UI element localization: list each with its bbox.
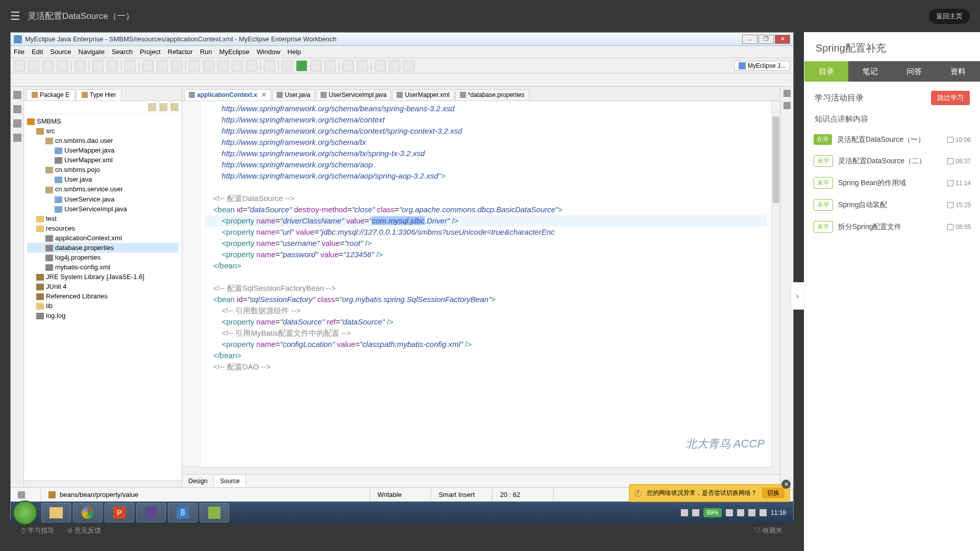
navicat-taskbtn[interactable]: 8 <box>168 503 198 522</box>
menu-file[interactable]: File <box>14 48 24 56</box>
view-menu-icon[interactable] <box>170 103 179 111</box>
tray-icon-3[interactable] <box>726 509 733 516</box>
tree-item[interactable]: cn.smbms.pojo <box>27 165 179 174</box>
tray-icon-5[interactable] <box>748 509 755 516</box>
ant-icon[interactable] <box>217 60 229 71</box>
jar-icon[interactable] <box>157 60 168 71</box>
clock[interactable]: 11:18 <box>771 509 786 516</box>
chrome-taskbtn[interactable] <box>73 503 103 522</box>
maximize-button[interactable]: ❐ <box>758 35 774 44</box>
task-icon[interactable] <box>389 60 400 71</box>
snippet-icon[interactable] <box>13 119 21 128</box>
tag-icon[interactable] <box>403 60 414 71</box>
tree-item[interactable]: Referenced Libraries <box>27 291 179 301</box>
lesson-item[interactable]: 在学灵活配置DataSource（一）10:06 <box>812 129 973 150</box>
tree-item[interactable]: UserService.java <box>27 194 179 204</box>
outline-icon[interactable] <box>13 91 21 99</box>
tree-item[interactable]: log4j.properties <box>27 253 179 262</box>
project-tree[interactable]: SMBMSsrccn.smbms.dao.userUserMapper.java… <box>24 114 182 480</box>
feedback-link[interactable]: ⊘ 意见反馈 <box>67 526 102 535</box>
explorer-scrollbar[interactable] <box>24 480 182 487</box>
menu-source[interactable]: Source <box>50 48 71 56</box>
search-icon[interactable] <box>375 60 386 71</box>
editor-tab[interactable]: User.java <box>272 89 315 101</box>
menu-icon[interactable]: ☰ <box>10 10 20 23</box>
db-icon[interactable] <box>189 60 200 71</box>
sidebar-tab-0[interactable]: 目录 <box>804 61 848 82</box>
tree-item[interactable]: JUnit 4 <box>27 282 179 291</box>
menu-myeclipse[interactable]: MyEclipse <box>219 48 250 56</box>
editor-tab[interactable]: applicationContext.x ✕ <box>184 89 271 101</box>
editor-content[interactable]: http://www.springframework.org/schema/be… <box>201 101 771 467</box>
tree-item[interactable]: UserMapper.xml <box>27 155 179 165</box>
switch-network-button[interactable]: 切换 <box>762 488 785 498</box>
interface-icon[interactable] <box>357 60 368 71</box>
perspective-switcher[interactable]: MyEclipse J... <box>734 61 790 71</box>
profile-icon[interactable] <box>310 60 322 71</box>
source-tab[interactable]: Source <box>214 475 246 487</box>
editor-hscrollbar[interactable] <box>182 467 780 474</box>
tree-item[interactable]: JRE System Library [JavaSE-1.6] <box>27 272 179 282</box>
tree-item[interactable]: resources <box>27 223 179 233</box>
new-icon[interactable] <box>14 60 25 71</box>
study-guide-link[interactable]: ⍰ 学习指导 <box>21 526 54 535</box>
image-icon[interactable] <box>13 134 21 142</box>
notepad-taskbtn[interactable] <box>200 503 229 522</box>
tab-type-hierarchy[interactable]: Type Hier <box>76 89 121 101</box>
tray-icon-4[interactable] <box>737 509 744 516</box>
xml-icon[interactable] <box>232 60 243 71</box>
package-icon[interactable] <box>92 60 104 71</box>
minimap-icon[interactable] <box>783 90 791 97</box>
eclipse-taskbtn[interactable] <box>136 503 166 522</box>
tree-item[interactable]: src <box>27 126 179 136</box>
editor-body[interactable]: http://www.springframework.org/schema/be… <box>182 101 780 467</box>
menu-search[interactable]: Search <box>112 48 133 56</box>
debug-icon[interactable] <box>282 60 293 71</box>
ext-tool-icon[interactable] <box>325 60 336 71</box>
minimize-button[interactable]: – <box>742 35 757 44</box>
menu-refactor[interactable]: Refactor <box>168 48 193 56</box>
tree-item[interactable]: UserServiceImpl.java <box>27 204 179 214</box>
sidebar-tab-2[interactable]: 问答 <box>892 61 936 82</box>
menu-run[interactable]: Run <box>200 48 212 56</box>
design-tab[interactable]: Design <box>182 475 214 487</box>
menu-project[interactable]: Project <box>140 48 160 56</box>
menu-window[interactable]: Window <box>257 48 280 56</box>
web-icon[interactable] <box>171 60 182 71</box>
print-icon[interactable] <box>57 60 68 71</box>
lesson-item[interactable]: 未学Spring Bean的作用域11:14 <box>812 172 973 194</box>
tree-item[interactable]: UserMapper.java <box>27 145 179 155</box>
powerpoint-taskbtn[interactable]: P <box>105 503 134 522</box>
sidebar-tab-3[interactable]: 资料 <box>936 61 980 82</box>
tree-item[interactable]: log.log <box>27 311 179 320</box>
lesson-item[interactable]: 未学Spring自动装配15:25 <box>812 194 973 216</box>
servers-icon[interactable] <box>13 105 21 113</box>
back-home-button[interactable]: 返回主页 <box>929 9 970 24</box>
save-all-icon[interactable] <box>42 60 54 71</box>
save-icon[interactable] <box>28 60 39 71</box>
editor-tab[interactable]: *database.properties <box>455 89 529 101</box>
editor-tab[interactable]: UserMapper.xml <box>392 89 454 101</box>
tray-icon-2[interactable] <box>692 509 699 516</box>
collapse-sidebar-button[interactable]: › <box>791 282 804 310</box>
tray-icon-1[interactable] <box>681 509 688 516</box>
tree-item[interactable]: database.properties <box>27 243 179 253</box>
server-icon[interactable] <box>125 60 136 71</box>
start-button[interactable] <box>13 500 37 525</box>
tree-item[interactable]: applicationContext.xml <box>27 233 179 243</box>
ws-icon[interactable] <box>246 60 257 71</box>
tree-item[interactable]: cn.smbms.service.user <box>27 184 179 194</box>
explorer-taskbtn[interactable] <box>41 503 71 522</box>
run-icon[interactable] <box>296 60 307 71</box>
editor-tab[interactable]: UserServiceImpl.java <box>316 89 391 101</box>
favorites-link[interactable]: ♡ 收藏夹 <box>754 526 782 535</box>
tree-item[interactable]: mybatis-config.xml <box>27 262 179 272</box>
properties-icon[interactable] <box>783 102 791 109</box>
tray-icon-6[interactable] <box>760 509 767 516</box>
tree-item[interactable]: test <box>27 214 179 223</box>
close-button[interactable]: ✕ <box>775 35 790 44</box>
deploy-icon[interactable] <box>75 60 86 71</box>
launch-icon[interactable] <box>264 60 275 71</box>
tree-item[interactable]: lib <box>27 301 179 311</box>
wizard-icon[interactable] <box>107 60 118 71</box>
